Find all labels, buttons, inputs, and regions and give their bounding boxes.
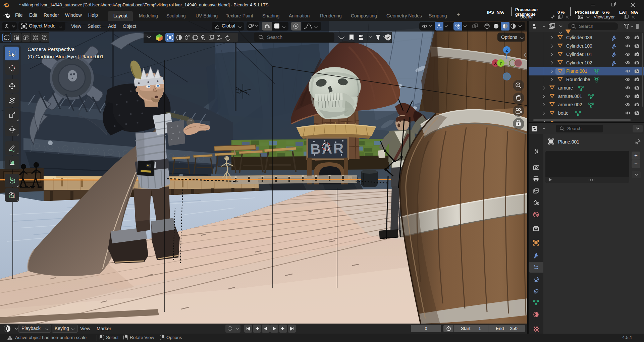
svg-text:Y: Y — [499, 61, 502, 66]
svg-text:Z: Z — [505, 48, 508, 53]
svg-text:X: X — [494, 61, 497, 66]
